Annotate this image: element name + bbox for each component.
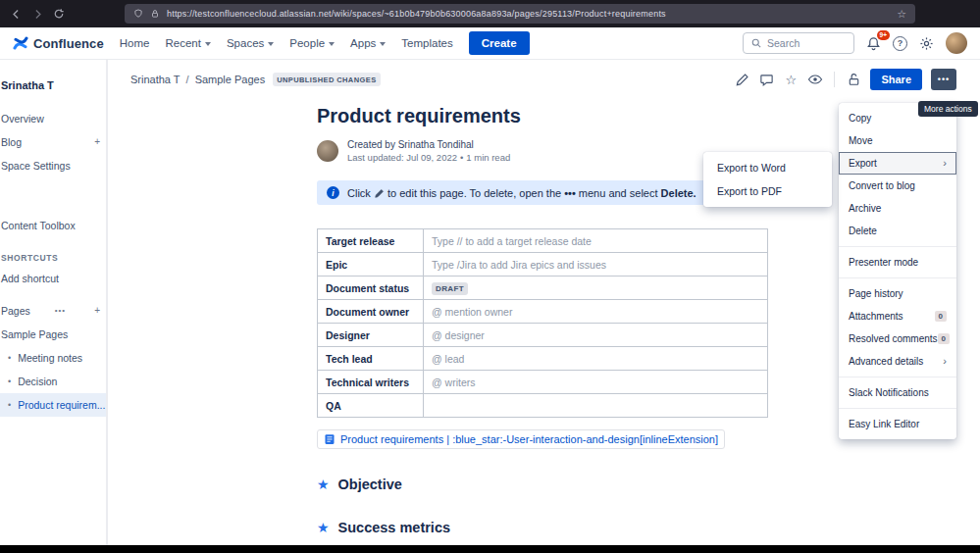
breadcrumb-separator: / [186,74,189,85]
menu-convert-to-blog[interactable]: Convert to blog [839,175,956,197]
row-value[interactable]: @ mention owner [424,300,768,324]
menu-resolved-comments[interactable]: Resolved comments0 [839,327,956,350]
document-icon [324,433,335,445]
menu-item-label: Export to Word [717,162,786,174]
edit-pencil-icon[interactable] [734,72,749,87]
sidebar-page-decision[interactable]: •Decision [0,370,106,393]
menu-archive[interactable]: Archive [839,197,956,220]
menu-export-to-word[interactable]: Export to Word [703,156,832,179]
navbar-right: 9+ ? [743,32,967,54]
favorite-star-icon[interactable]: ☆ [783,72,799,87]
sidebar-page-meeting-notes[interactable]: •Meeting notes [0,346,106,370]
nav-templates-label: Templates [401,37,452,49]
bottom-bar [0,545,980,553]
nav-people[interactable]: People [289,37,335,49]
table-row: QA [318,394,768,418]
nav-apps[interactable]: Apps [350,37,386,49]
row-value[interactable] [424,394,768,418]
divider [834,72,835,87]
nav-home[interactable]: Home [120,37,150,49]
sidebar-item-label: Blog [1,136,22,148]
search-box[interactable] [743,32,854,54]
row-value[interactable]: Type // to add a target release date [424,229,768,253]
nav-templates[interactable]: Templates [401,37,452,49]
breadcrumb-space[interactable]: Srinatha T [130,74,181,85]
author-avatar[interactable] [317,140,338,162]
menu-divider [839,377,956,377]
gear-icon[interactable] [919,36,934,51]
menu-slack-notifications[interactable]: Slack Notifications [839,381,956,404]
menu-divider [839,246,956,247]
main-area: Srinatha T Overview Blog+ Space Settings… [0,60,980,545]
row-value[interactable]: @ writers [424,371,768,394]
menu-page-history[interactable]: Page history [839,282,956,305]
row-value[interactable]: DRAFT [424,276,768,300]
row-label: Technical writers [318,371,424,394]
bullet-icon: • [8,377,11,386]
chevron-down-icon [205,42,211,46]
plus-icon[interactable]: + [94,306,100,316]
nav-spaces[interactable]: Spaces [227,37,274,49]
menu-item-label: Advanced details [849,356,923,367]
sidebar-page-product-requirements[interactable]: •Product requirem... [0,393,106,417]
watch-eye-icon[interactable] [807,72,823,87]
pages-heading-label: Pages [1,305,30,317]
profile-avatar[interactable] [946,32,967,54]
share-button[interactable]: Share [870,69,922,90]
notifications-button[interactable]: 9+ [866,36,881,51]
plus-icon[interactable]: + [94,137,100,147]
browser-reload-icon[interactable] [53,8,65,20]
comment-icon[interactable] [758,72,774,87]
sidebar-page-sample-pages[interactable]: Sample Pages [0,323,106,346]
inline-extension-link[interactable]: Product requirements | :blue_star:-User-… [317,429,725,449]
browser-forward-icon[interactable] [31,8,44,21]
sidebar-item-content-toolbox[interactable]: Content Toolbox [0,214,106,237]
bookmark-star-icon[interactable]: ☆ [897,9,906,20]
menu-export-to-pdf[interactable]: Export to PDF [703,179,832,203]
pencil-icon [374,188,385,199]
shield-icon[interactable] [133,9,143,19]
sidebar-item-overview[interactable]: Overview [0,107,106,130]
row-value[interactable]: @ lead [424,347,768,371]
sidebar-item-space-settings[interactable]: Space Settings [0,154,106,177]
chevron-down-icon [329,42,335,46]
menu-attachments[interactable]: Attachments0 [839,305,956,327]
more-dots-glyph: ••• [564,187,576,199]
row-label: Document owner [318,300,424,324]
nav-recent[interactable]: Recent [165,37,210,49]
url-bar[interactable]: https://testconfluencecloud.atlassian.ne… [125,4,915,24]
menu-export[interactable]: Export› [839,152,956,175]
search-input[interactable] [767,37,846,49]
help-button[interactable]: ? [893,36,907,51]
row-value[interactable]: @ designer [424,324,768,347]
menu-advanced-details[interactable]: Advanced details› [839,350,956,373]
table-row: Tech lead @ lead [318,347,768,371]
menu-item-label: Slack Notifications [849,387,929,398]
page-item-label: Sample Pages [1,328,68,340]
create-button[interactable]: Create [469,31,530,55]
browser-back-icon[interactable] [10,8,23,21]
link-chip-text: Product requirements | :blue_star:-User-… [340,433,718,445]
breadcrumb-parent-page[interactable]: Sample Pages [195,74,266,85]
more-actions-tooltip: More actions [918,101,978,117]
url-text[interactable]: https://testconfluencecloud.atlassian.ne… [167,9,890,19]
sidebar-space-name[interactable]: Srinatha T [0,74,106,97]
menu-move[interactable]: Move [839,129,956,152]
row-value[interactable]: Type /Jira to add Jira epics and issues [424,253,768,276]
menu-easy-link-editor[interactable]: Easy Link Editor [839,413,956,435]
sidebar-item-blog[interactable]: Blog+ [0,130,106,154]
restrictions-lock-icon[interactable] [846,72,861,87]
section-heading: Objective [338,477,402,492]
nav-people-label: People [289,37,325,49]
confluence-logo[interactable]: Confluence [13,35,104,51]
lock-icon [150,9,160,19]
more-actions-button[interactable]: ••• [931,69,956,90]
pages-heading-row[interactable]: Pages ••• + [0,299,106,323]
add-shortcut-button[interactable]: Add shortcut [0,267,106,290]
table-row: Epic Type /Jira to add Jira epics and is… [318,253,768,276]
ellipsis-icon[interactable]: ••• [55,307,66,315]
app-navbar: Confluence Home Recent Spaces People App… [0,27,980,60]
draft-status-badge: DRAFT [432,282,468,295]
menu-delete[interactable]: Delete [839,220,956,242]
menu-presenter-mode[interactable]: Presenter mode [839,251,956,274]
